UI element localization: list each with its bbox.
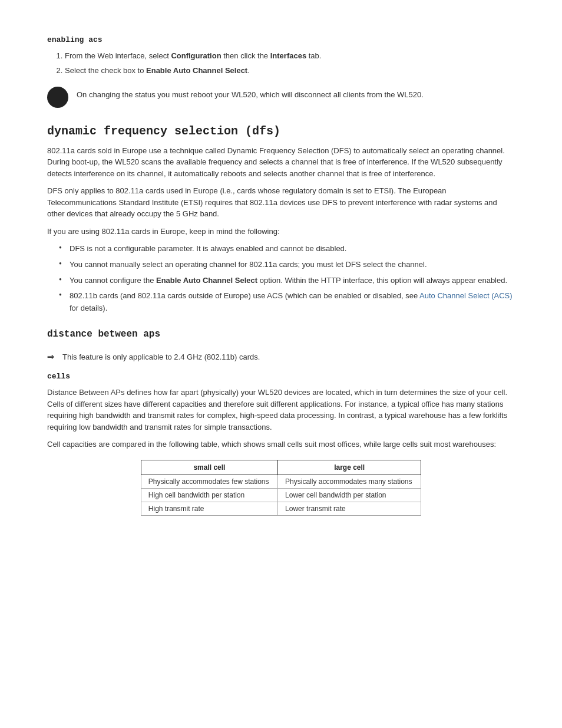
large-cell-row3: Lower transmit rate bbox=[278, 502, 421, 515]
col-header-small-cell: small cell bbox=[141, 460, 277, 475]
interfaces-bold: Interfaces bbox=[270, 51, 306, 60]
enabling-acs-heading: enabling acs bbox=[47, 35, 515, 44]
large-cell-row2: Lower cell bandwidth per station bbox=[278, 488, 421, 502]
dfs-section: dynamic frequency selection (dfs) 802.11… bbox=[47, 124, 515, 315]
enabling-acs-section: enabling acs From the Web interface, sel… bbox=[47, 35, 515, 108]
config-bold: Configuration bbox=[171, 51, 221, 60]
dfs-bullets: DFS is not a configurable parameter. It … bbox=[59, 243, 515, 315]
cells-heading: cells bbox=[47, 372, 515, 381]
distance-section: distance between aps ⇒ This feature is o… bbox=[47, 329, 515, 516]
distance-note: This feature is only applicable to 2.4 G… bbox=[62, 348, 260, 363]
small-cell-row1: Physically accommodates few stations bbox=[141, 475, 277, 488]
note-box: On changing the status you must reboot y… bbox=[47, 85, 515, 108]
bullet-4: 802.11b cards (and 802.11a cards outside… bbox=[59, 290, 515, 315]
distance-heading: distance between aps bbox=[47, 329, 515, 340]
col-header-large-cell: large cell bbox=[278, 460, 421, 475]
page-content: enabling acs From the Web interface, sel… bbox=[47, 35, 515, 516]
cells-para-1: Distance Between APs defines how far apa… bbox=[47, 387, 515, 433]
dfs-heading: dynamic frequency selection (dfs) bbox=[47, 124, 515, 138]
small-cell-row2: High cell bandwidth per station bbox=[141, 488, 277, 502]
bullet-3: You cannot configure the Enable Auto Cha… bbox=[59, 275, 515, 287]
enabling-acs-steps: From the Web interface, select Configura… bbox=[65, 50, 515, 77]
table-row: High transmit rate Lower transmit rate bbox=[141, 502, 421, 515]
step-2: Select the check box to Enable Auto Chan… bbox=[65, 65, 515, 77]
enable-acs-bold: Enable Auto Channel Select bbox=[146, 66, 247, 75]
arrow-icon: ⇒ bbox=[47, 349, 54, 364]
bullet-1: DFS is not a configurable parameter. It … bbox=[59, 243, 515, 255]
table-header-row: small cell large cell bbox=[141, 460, 421, 475]
note-icon bbox=[47, 87, 68, 108]
table-row: High cell bandwidth per station Lower ce… bbox=[141, 488, 421, 502]
dfs-para-1: 802.11a cards sold in Europe use a techn… bbox=[47, 145, 515, 180]
dfs-para-2: DFS only applies to 802.11a cards used i… bbox=[47, 185, 515, 220]
small-cell-row3: High transmit rate bbox=[141, 502, 277, 515]
step-1: From the Web interface, select Configura… bbox=[65, 50, 515, 62]
dfs-para-3: If you are using 802.11a cards in Europe… bbox=[47, 226, 515, 238]
table-row: Physically accommodates few stations Phy… bbox=[141, 475, 421, 488]
cells-para-2: Cell capacities are compared in the foll… bbox=[47, 439, 515, 450]
arrow-note-box: ⇒ This feature is only applicable to 2.4… bbox=[47, 348, 515, 364]
large-cell-row1: Physically accommodates many stations bbox=[278, 475, 421, 488]
bullet-2: You cannot manually select an operating … bbox=[59, 259, 515, 271]
note-text: On changing the status you must reboot y… bbox=[77, 85, 424, 101]
comparison-table: small cell large cell Physically accommo… bbox=[141, 460, 421, 516]
acs-link[interactable]: Auto Channel Select (ACS) bbox=[419, 291, 513, 300]
acs-bold: Enable Auto Channel Select bbox=[156, 276, 257, 285]
